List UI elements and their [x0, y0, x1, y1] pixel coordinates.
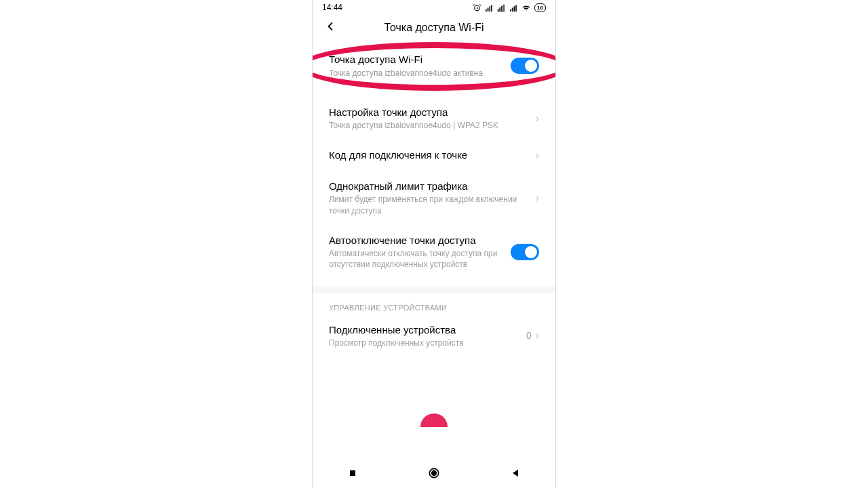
connected-count: 0: [526, 330, 532, 341]
row-title: Подключенные устройства: [329, 323, 519, 337]
autooff-toggle-switch[interactable]: [511, 244, 539, 260]
back-button[interactable]: [323, 20, 337, 36]
row-subtitle: Точка доступа izbalovannoe4udo | WPA2 PS…: [329, 120, 529, 131]
page-header: Точка доступа Wi-Fi: [313, 15, 555, 41]
chevron-right-icon: ›: [536, 329, 539, 342]
row-subtitle: Просмотр подключенных устройств: [329, 338, 519, 348]
row-connected-devices[interactable]: Подключенные устройства Просмотр подключ…: [313, 314, 555, 358]
wifi-icon: [521, 3, 531, 12]
chevron-right-icon: ›: [536, 192, 539, 204]
row-traffic-limit[interactable]: Однократный лимит трафика Лимит будет пр…: [313, 171, 555, 225]
signal-icon-2: [497, 3, 506, 12]
page-title: Точка доступа Wi-Fi: [313, 22, 555, 34]
svg-point-3: [432, 471, 437, 476]
row-hotspot-setup[interactable]: Настройка точки доступа Точка доступа iz…: [313, 97, 555, 140]
svg-rect-1: [350, 470, 355, 476]
battery-icon: 10: [534, 3, 546, 12]
row-title: Автоотключение точки доступа: [329, 234, 504, 247]
row-title: Однократный лимит трафика: [329, 180, 529, 193]
row-title: Код для подключения к точке: [329, 148, 529, 162]
row-auto-off[interactable]: Автоотключение точки доступа Автоматичес…: [313, 225, 555, 279]
row-title: Точка доступа Wi-Fi: [329, 53, 504, 66]
status-time: 14:44: [322, 3, 342, 12]
chevron-right-icon: ›: [536, 113, 539, 125]
status-icons: 10: [473, 3, 546, 12]
row-connection-code[interactable]: Код для подключения к точке ›: [313, 140, 555, 171]
phone-frame: 14:44 10 Точка доступа: [312, 0, 556, 488]
android-nav-bar: [313, 461, 555, 488]
section-divider: [313, 286, 555, 293]
settings-content: Точка доступа Wi-Fi Точка доступа izbalo…: [313, 41, 555, 461]
hotspot-toggle-switch[interactable]: [511, 58, 539, 74]
section-label-devices: УПРАВЛЕНИЕ УСТРОЙСТВАМИ: [313, 293, 555, 314]
chevron-right-icon: ›: [536, 149, 539, 161]
row-hotspot-toggle[interactable]: Точка доступа Wi-Fi Точка доступа izbalo…: [313, 41, 555, 87]
row-subtitle: Лимит будет применяться при каждом включ…: [329, 194, 529, 216]
row-subtitle: Точка доступа izbalovannoe4udo активна: [329, 68, 504, 79]
signal-icon: [485, 3, 494, 12]
status-bar: 14:44 10: [313, 0, 555, 15]
nav-home-button[interactable]: [427, 466, 441, 483]
row-title: Настройка точки доступа: [329, 106, 529, 119]
nav-back-button[interactable]: [510, 468, 521, 481]
annotation-indicator: [420, 413, 448, 441]
alarm-icon: [473, 3, 481, 12]
signal-sim-icon: [509, 3, 518, 12]
row-subtitle: Автоматически отключать точку доступа пр…: [329, 248, 504, 270]
nav-recent-button[interactable]: [347, 468, 358, 481]
